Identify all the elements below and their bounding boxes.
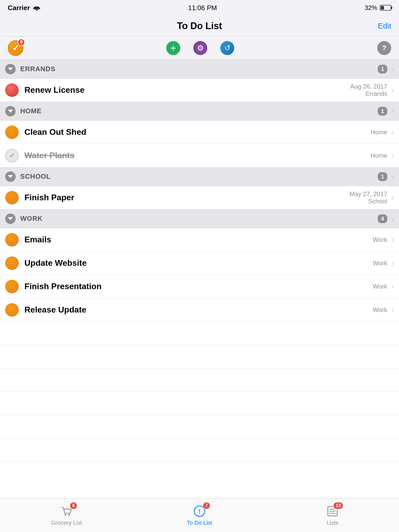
row-category: Home — [371, 152, 387, 159]
toolbar-center: + ⚙ ↺ — [23, 41, 377, 55]
priority-circle — [5, 233, 19, 247]
status-time: 11:06 PM — [188, 4, 217, 12]
row-meta: Work — [373, 283, 387, 290]
empty-row — [0, 438, 399, 462]
priority-circle — [5, 149, 19, 162]
table-row[interactable]: Clean Out Shed Home › — [0, 121, 399, 144]
table-row[interactable]: Release Update Work › — [0, 298, 399, 322]
status-battery: 32% — [365, 4, 391, 11]
section-arrow-home: › — [391, 107, 394, 115]
row-title: Update Website — [24, 258, 373, 268]
section-header-home[interactable]: HOME 1 › — [0, 102, 399, 121]
section-arrow-errands: › — [391, 65, 394, 73]
table-row[interactable]: Finish Paper May 27, 2017 School › — [0, 186, 399, 209]
wifi-icon — [33, 5, 40, 11]
row-chevron-icon: › — [391, 236, 394, 244]
row-date: Aug 26, 2017 — [350, 83, 387, 90]
row-meta: Aug 26, 2017 Errands — [350, 83, 387, 97]
tab-badge-lists: 13 — [333, 502, 343, 509]
section-header-errands[interactable]: ERRANDS 1 › — [0, 60, 399, 78]
table-row[interactable]: Finish Presentation Work › — [0, 275, 399, 298]
svg-text:!: ! — [198, 508, 200, 515]
row-chevron-icon: › — [391, 86, 394, 94]
table-row[interactable]: Emails Work › — [0, 228, 399, 251]
section-header-school[interactable]: SCHOOL 1 › — [0, 167, 399, 186]
table-row[interactable]: Update Website Work › — [0, 251, 399, 275]
section-count-school: 1 — [378, 172, 387, 181]
section-header-work[interactable]: WORK 4 › — [0, 209, 399, 228]
tab-badge-grocery: 6 — [70, 502, 77, 509]
tab-label-todo: To Do List — [187, 520, 212, 526]
chevron-down-icon — [5, 64, 16, 74]
sync-icon[interactable]: ↺ — [220, 41, 234, 55]
row-category: Work — [373, 236, 387, 243]
toolbar-right: ? — [377, 41, 391, 55]
row-title: Finish Paper — [24, 193, 349, 202]
row-chevron-icon: › — [391, 151, 394, 160]
row-category: School — [368, 198, 387, 205]
tab-lists[interactable]: 13 Lists — [266, 504, 399, 526]
chevron-down-icon — [5, 106, 16, 116]
row-meta: May 27, 2017 School — [349, 190, 387, 205]
status-bar: Carrier 11:06 PM 32% — [0, 0, 399, 16]
row-meta: Home — [371, 152, 387, 159]
badge-icon-wrapper[interactable]: ✓ 8 — [8, 40, 23, 56]
row-title: Finish Presentation — [24, 282, 373, 291]
priority-circle — [5, 125, 19, 139]
edit-button[interactable]: Edit — [378, 22, 391, 30]
toolbar-left: ✓ 8 — [8, 40, 23, 56]
row-meta: Work — [373, 260, 387, 267]
status-carrier: Carrier — [8, 4, 40, 12]
tab-grocery[interactable]: 6 Grocery List — [0, 504, 133, 526]
table-row[interactable]: Renew License Aug 26, 2017 Errands › — [0, 78, 399, 102]
tab-badge-todo: 7 — [203, 502, 210, 509]
nav-bar: To Do List Edit — [0, 16, 399, 36]
empty-row — [0, 368, 399, 392]
settings-icon[interactable]: ⚙ — [193, 41, 207, 55]
svg-point-1 — [65, 514, 66, 516]
section-arrow-work: › — [391, 215, 394, 223]
svg-point-0 — [36, 10, 37, 11]
section-label-school: SCHOOL — [20, 172, 378, 181]
row-chevron-icon: › — [391, 128, 394, 136]
toolbar: ✓ 8 + ⚙ ↺ ? — [0, 36, 399, 60]
priority-circle — [5, 191, 19, 204]
empty-row — [0, 392, 399, 415]
page-title: To Do List — [177, 21, 222, 31]
tab-todo[interactable]: ! 7 To Do List — [133, 504, 266, 526]
empty-rows-container — [0, 322, 399, 462]
add-task-button[interactable]: + — [166, 41, 180, 55]
row-date: May 27, 2017 — [349, 190, 387, 198]
priority-circle — [5, 256, 19, 270]
empty-row — [0, 345, 399, 368]
tab-label-grocery: Grocery List — [51, 520, 82, 526]
row-title: Emails — [24, 235, 373, 244]
row-meta: Work — [373, 306, 387, 314]
table-row[interactable]: Water Plants Home › — [0, 144, 399, 167]
priority-circle — [5, 83, 19, 97]
main-content: ERRANDS 1 › Renew License Aug 26, 2017 E… — [0, 60, 399, 322]
row-category: Work — [373, 260, 387, 267]
tab-bar: 6 Grocery List ! 7 To Do List 13 Lists — [0, 498, 399, 532]
section-count-errands: 1 — [378, 65, 387, 74]
empty-row — [0, 322, 399, 345]
section-label-home: HOME — [20, 107, 378, 115]
section-label-errands: ERRANDS — [20, 65, 378, 73]
chevron-down-icon — [5, 214, 16, 224]
plus-icon: + — [170, 43, 176, 53]
tab-icon-wrap-lists: 13 — [326, 504, 339, 518]
badge-count: 8 — [18, 39, 25, 46]
row-chevron-icon: › — [391, 282, 394, 291]
tab-icon-wrap-todo: ! 7 — [193, 504, 206, 518]
battery-icon — [380, 5, 391, 11]
row-meta: Work — [373, 236, 387, 243]
priority-circle — [5, 280, 19, 293]
help-button[interactable]: ? — [377, 41, 391, 55]
tab-icon-wrap-grocery: 6 — [60, 504, 73, 518]
row-category: Work — [373, 283, 387, 290]
empty-row — [0, 415, 399, 438]
tab-label-lists: Lists — [327, 520, 338, 526]
row-title: Clean Out Shed — [24, 127, 371, 137]
row-title: Water Plants — [24, 151, 371, 160]
row-meta: Home — [371, 129, 387, 136]
